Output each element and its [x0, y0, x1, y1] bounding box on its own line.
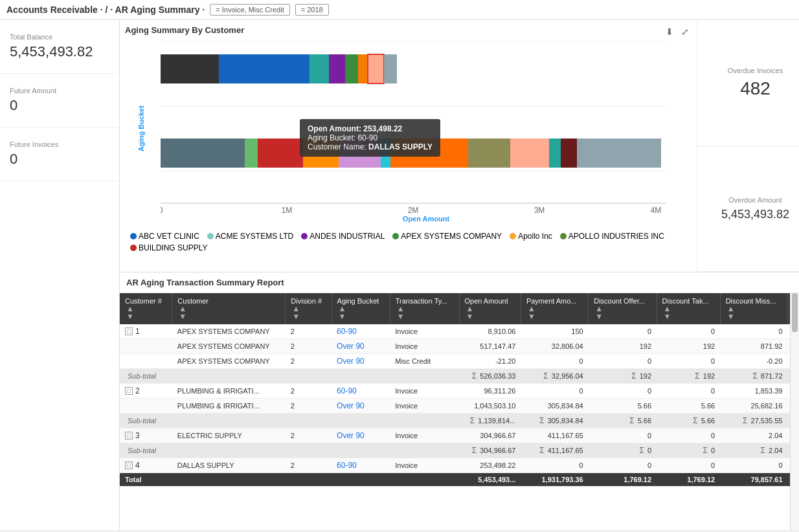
cell-aging[interactable]: Over 90 — [332, 428, 390, 443]
cell-disc-offer: 0 — [589, 354, 657, 369]
cell-aging[interactable]: 60-90 — [332, 324, 390, 339]
cell-customer: APEX SYSTEMS COMPANY — [172, 354, 286, 369]
col-customer[interactable]: Customer▲▼ — [172, 293, 286, 324]
bar-over90-gray-lg[interactable] — [577, 139, 661, 168]
table-container[interactable]: Customer #▲▼ Customer▲▼ Division #▲▼ Agi… — [120, 293, 799, 530]
col-transaction-type[interactable]: Transaction Ty...▲▼ — [390, 293, 459, 324]
col-customer-num[interactable]: Customer #▲▼ — [120, 293, 172, 324]
scrollbar[interactable] — [790, 293, 799, 530]
cell-open-amount: 96,311.26 — [459, 384, 521, 399]
chart-legend: ABC VET CLINIC ACME SYSTEMS LTD ANDES IN… — [125, 229, 692, 255]
aging-link[interactable]: Over 90 — [337, 357, 365, 366]
subtotal-row: Sub-total Σ 304,966.67 Σ 411,167.65 Σ 0 … — [120, 443, 799, 458]
cell-division: 2 — [286, 458, 332, 473]
legend-dot-0 — [130, 233, 137, 239]
legend-dot-2 — [301, 233, 308, 239]
bar-60-90-blue[interactable] — [219, 54, 309, 83]
legend-label-2: ANDES INDUSTRIAL — [309, 232, 385, 241]
cell-disc-offer: 0 — [589, 384, 657, 399]
cell-division: 2 — [286, 354, 332, 369]
expand-btn[interactable]: □ — [125, 387, 133, 395]
cell-payment: 0 — [521, 384, 588, 399]
col-open-amount[interactable]: Open Amount▲▼ — [459, 293, 521, 324]
bar-over90-dark[interactable] — [161, 139, 245, 168]
cell-division: 2 — [286, 339, 332, 354]
col-discount-offered[interactable]: Discount Offer...▲▼ — [589, 293, 657, 324]
cell-aging[interactable]: 60-90 — [332, 458, 390, 473]
download-icon[interactable]: ⬇ — [663, 25, 676, 38]
expand-btn[interactable]: □ — [125, 327, 133, 335]
cell-payment: 0 — [521, 458, 588, 473]
bar-over90-olive[interactable] — [468, 139, 510, 168]
cell-aging[interactable]: Over 90 — [332, 354, 390, 369]
legend-item-1: ACME SYSTEMS LTD — [207, 232, 293, 241]
right-content: Aging Summary By Customer ⬇ ⤢ Aging Buck… — [120, 20, 799, 530]
expand-btn[interactable]: □ — [125, 461, 133, 469]
bar-over90-orange[interactable] — [303, 139, 339, 168]
col-payment-amount[interactable]: Payment Amo...▲▼ — [521, 293, 588, 324]
aging-link[interactable]: Over 90 — [337, 342, 365, 351]
subtotal-payment: Σ 411,167.65 — [521, 443, 588, 458]
future-amount-label: Future Amount — [10, 87, 109, 94]
cell-aging[interactable]: Over 90 — [332, 399, 390, 414]
bar-60-90-purple[interactable] — [329, 54, 345, 83]
chart-svg: 60-90 Over 90 — [161, 41, 692, 216]
cell-open-amount: 8,910.06 — [459, 324, 521, 339]
bar-60-90-gray[interactable] — [384, 54, 397, 83]
bar-over90-maroon[interactable] — [561, 139, 577, 168]
bar-60-90-pink[interactable] — [368, 54, 384, 83]
cell-open-amount: 1,043,503.10 — [459, 399, 521, 414]
total-payment: 1,931,793.36 — [521, 473, 588, 487]
scrollbar-thumb[interactable] — [792, 293, 798, 332]
bar-60-90-orange[interactable] — [358, 54, 368, 83]
col-division[interactable]: Division #▲▼ — [286, 293, 332, 324]
bar-over90-deep-orange[interactable] — [390, 139, 468, 168]
left-sidebar: Total Balance 5,453,493.82 Future Amount… — [0, 20, 120, 530]
expand-btn[interactable]: □ — [125, 432, 133, 439]
bar-over90-teal-sm[interactable] — [549, 139, 561, 168]
bar-over90-red[interactable] — [258, 139, 303, 168]
bar-over90-green-sm[interactable] — [245, 139, 258, 168]
future-amount-value: 0 — [10, 97, 109, 114]
page-title: Accounts Receivable · / · AR Aging Summa… — [6, 5, 205, 15]
col-discount-missed[interactable]: Discount Miss...▲▼ — [720, 293, 787, 324]
col-discount-taken[interactable]: Discount Tak...▲▼ — [657, 293, 720, 324]
main-layout: Total Balance 5,453,493.82 Future Amount… — [0, 20, 799, 530]
bar-60-90-green[interactable] — [345, 54, 358, 83]
cell-payment: 32,806.04 — [521, 339, 588, 354]
aging-link[interactable]: 60-90 — [337, 327, 357, 336]
total-open: 5,453,493... — [459, 473, 521, 487]
filter-badge-2[interactable]: = 2018 — [295, 4, 329, 16]
legend-label-0: ABC VET CLINIC — [139, 232, 199, 241]
aging-link[interactable]: Over 90 — [337, 431, 365, 440]
cell-transaction: Invoice — [390, 324, 459, 339]
bar-over90-cyan[interactable] — [381, 139, 390, 168]
legend-dot-3 — [392, 233, 399, 239]
filter-badge-1[interactable]: = Invoice, Misc Credit — [210, 4, 289, 16]
cell-aging[interactable]: Over 90 — [332, 339, 390, 354]
overdue-amount-value: 5,453,493.82 — [721, 208, 789, 221]
expand-icon[interactable]: ⤢ — [679, 25, 692, 38]
svg-text:2M: 2M — [408, 206, 419, 215]
legend-label-6: BUILDING SUPPLY — [139, 243, 207, 252]
ar-aging-table: Customer #▲▼ Customer▲▼ Division #▲▼ Agi… — [120, 293, 799, 487]
aging-link[interactable]: 60-90 — [337, 461, 357, 470]
overdue-amount-label: Overdue Amount — [728, 196, 782, 204]
overdue-invoices-value: 482 — [740, 78, 771, 99]
cell-open-amount: -21.20 — [459, 354, 521, 369]
cell-customer: ELECTRIC SUPPLY — [172, 428, 286, 443]
subtotal-row: Sub-total Σ 1,139,814... Σ 305,834.84 Σ … — [120, 414, 799, 428]
total-disc-offer: 1,769.12 — [589, 473, 657, 487]
cell-customer-num: □ 4 — [120, 458, 172, 473]
bar-over90-purple[interactable] — [339, 139, 381, 168]
cell-disc-taken: 192 — [657, 339, 720, 354]
bar-60-90-dark[interactable] — [161, 54, 219, 83]
overdue-amount-card: Overdue Amount 5,453,493.82 — [697, 146, 799, 272]
cell-aging[interactable]: 60-90 — [332, 384, 390, 399]
col-aging-bucket[interactable]: Aging Bucket▲▼ — [332, 293, 390, 324]
aging-link[interactable]: 60-90 — [337, 386, 357, 395]
aging-link[interactable]: Over 90 — [337, 401, 365, 410]
bar-60-90-teal[interactable] — [309, 54, 329, 83]
legend-dot-5 — [560, 233, 567, 239]
bar-over90-salmon[interactable] — [510, 139, 549, 168]
